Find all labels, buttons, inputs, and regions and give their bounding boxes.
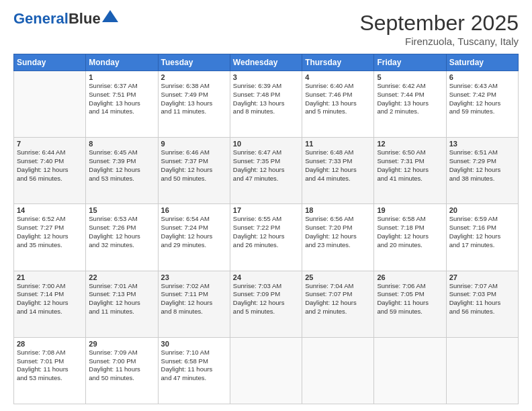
- day-info-line: Daylight: 11 hours: [89, 365, 140, 373]
- day-info-line: Daylight: 11 hours: [377, 299, 429, 306]
- calendar-day-cell: 4Sunrise: 6:40 AMSunset: 7:46 PMDaylight…: [302, 71, 374, 138]
- day-content: Sunrise: 7:10 AMSunset: 6:58 PMDaylight:…: [161, 349, 227, 383]
- day-content: Sunrise: 6:53 AMSunset: 7:26 PMDaylight:…: [89, 215, 154, 249]
- day-content: Sunrise: 7:00 AMSunset: 7:14 PMDaylight:…: [17, 282, 83, 316]
- day-info-line: Sunrise: 6:43 AM: [449, 82, 498, 89]
- logo-text: GeneralBlue: [13, 11, 101, 27]
- day-info-line: and 11 minutes.: [161, 107, 207, 115]
- day-info-line: Sunset: 7:40 PM: [17, 157, 64, 165]
- day-info-line: Sunrise: 6:48 AM: [305, 148, 353, 156]
- day-number: 28: [17, 340, 83, 348]
- day-info-line: Sunrise: 7:03 AM: [233, 282, 281, 289]
- day-info-line: Sunrise: 7:07 AM: [449, 282, 498, 289]
- header: GeneralBlue September 2025 Firenzuola, T…: [13, 11, 519, 47]
- day-info-line: and 32 minutes.: [89, 241, 134, 248]
- day-info-line: Daylight: 12 hours: [233, 232, 285, 240]
- day-number: 10: [233, 140, 299, 148]
- day-info-line: Daylight: 11 hours: [161, 365, 213, 373]
- day-info-line: Daylight: 12 hours: [305, 166, 357, 173]
- day-info-line: Sunrise: 7:01 AM: [89, 282, 137, 289]
- day-info-line: Sunrise: 7:10 AM: [161, 349, 210, 356]
- day-info-line: Sunrise: 6:51 AM: [449, 148, 498, 156]
- day-info-line: Sunset: 7:03 PM: [449, 290, 496, 298]
- day-info-line: Daylight: 12 hours: [17, 232, 69, 240]
- day-info-line: Daylight: 12 hours: [377, 166, 429, 173]
- day-info-line: Sunrise: 6:52 AM: [17, 215, 65, 222]
- month-title: September 2025: [359, 11, 519, 36]
- day-info-line: Sunset: 7:24 PM: [161, 224, 208, 231]
- day-content: Sunrise: 6:56 AMSunset: 7:20 PMDaylight:…: [305, 215, 371, 249]
- day-info-line: and 2 minutes.: [377, 107, 418, 115]
- calendar-day-cell: 24Sunrise: 7:03 AMSunset: 7:09 PMDayligh…: [230, 271, 302, 337]
- calendar-empty-cell: [14, 71, 86, 138]
- day-content: Sunrise: 7:01 AMSunset: 7:13 PMDaylight:…: [89, 282, 154, 316]
- day-info-line: Sunset: 7:00 PM: [89, 357, 136, 365]
- day-info-line: Sunset: 7:44 PM: [377, 91, 424, 98]
- day-info-line: Daylight: 12 hours: [233, 166, 285, 173]
- day-info-line: Sunrise: 7:08 AM: [17, 349, 65, 356]
- day-info-line: Daylight: 12 hours: [233, 299, 285, 306]
- day-info-line: Sunrise: 6:37 AM: [89, 82, 137, 89]
- weekday-header: Thursday: [302, 54, 374, 71]
- day-content: Sunrise: 6:58 AMSunset: 7:18 PMDaylight:…: [377, 215, 443, 249]
- day-info-line: Sunset: 7:51 PM: [89, 91, 136, 98]
- day-info-line: Sunset: 7:35 PM: [233, 157, 280, 165]
- day-content: Sunrise: 6:48 AMSunset: 7:33 PMDaylight:…: [305, 148, 371, 183]
- day-content: Sunrise: 6:51 AMSunset: 7:29 PMDaylight:…: [449, 148, 515, 183]
- day-content: Sunrise: 6:46 AMSunset: 7:37 PMDaylight:…: [161, 148, 227, 183]
- day-info-line: Daylight: 13 hours: [233, 99, 285, 107]
- day-info-line: and 8 minutes.: [161, 308, 203, 315]
- day-info-line: Sunrise: 6:40 AM: [305, 82, 353, 89]
- weekday-header: Tuesday: [158, 54, 230, 71]
- day-info-line: Sunrise: 6:59 AM: [449, 215, 498, 222]
- day-number: 7: [17, 140, 83, 148]
- calendar-empty-cell: [374, 337, 446, 404]
- day-number: 27: [449, 273, 515, 281]
- day-info-line: Daylight: 13 hours: [377, 99, 429, 107]
- day-number: 3: [233, 73, 299, 81]
- day-info-line: and 47 minutes.: [161, 374, 207, 381]
- day-info-line: Sunrise: 6:39 AM: [233, 82, 281, 89]
- calendar-day-cell: 21Sunrise: 7:00 AMSunset: 7:14 PMDayligh…: [14, 271, 86, 337]
- day-info-line: Daylight: 13 hours: [305, 99, 357, 107]
- day-content: Sunrise: 6:45 AMSunset: 7:39 PMDaylight:…: [89, 148, 154, 183]
- calendar-day-cell: 6Sunrise: 6:43 AMSunset: 7:42 PMDaylight…: [446, 71, 518, 138]
- day-number: 22: [89, 273, 154, 281]
- calendar-empty-cell: [446, 337, 518, 404]
- day-info-line: Sunrise: 6:50 AM: [377, 148, 425, 156]
- day-number: 25: [305, 273, 371, 281]
- day-content: Sunrise: 6:39 AMSunset: 7:48 PMDaylight:…: [233, 82, 299, 116]
- calendar-day-cell: 9Sunrise: 6:46 AMSunset: 7:37 PMDaylight…: [158, 138, 230, 204]
- day-content: Sunrise: 7:06 AMSunset: 7:05 PMDaylight:…: [377, 282, 443, 316]
- day-content: Sunrise: 6:37 AMSunset: 7:51 PMDaylight:…: [89, 82, 154, 116]
- day-info-line: Sunset: 7:18 PM: [377, 224, 424, 231]
- day-info-line: Sunset: 7:22 PM: [233, 224, 280, 231]
- day-info-line: Daylight: 12 hours: [17, 166, 69, 173]
- calendar-day-cell: 3Sunrise: 6:39 AMSunset: 7:48 PMDaylight…: [230, 71, 302, 138]
- weekday-header: Wednesday: [230, 54, 302, 71]
- title-block: September 2025 Firenzuola, Tuscany, Ital…: [359, 11, 519, 47]
- day-info-line: Daylight: 13 hours: [89, 99, 140, 107]
- calendar-week-row: 7Sunrise: 6:44 AMSunset: 7:40 PMDaylight…: [14, 138, 519, 204]
- day-number: 2: [161, 73, 227, 81]
- calendar-day-cell: 25Sunrise: 7:04 AMSunset: 7:07 PMDayligh…: [302, 271, 374, 337]
- day-number: 26: [377, 273, 443, 281]
- day-info-line: and 2 minutes.: [305, 308, 347, 315]
- day-info-line: Sunset: 7:07 PM: [305, 290, 352, 298]
- day-info-line: Sunrise: 6:58 AM: [377, 215, 425, 222]
- day-info-line: Sunset: 7:26 PM: [89, 224, 136, 231]
- day-info-line: and 47 minutes.: [233, 175, 279, 182]
- logo-icon: [102, 10, 118, 22]
- day-info-line: Sunset: 7:14 PM: [17, 290, 64, 298]
- day-number: 30: [161, 340, 227, 348]
- calendar-day-cell: 1Sunrise: 6:37 AMSunset: 7:51 PMDaylight…: [86, 71, 158, 138]
- day-info-line: and 5 minutes.: [305, 107, 347, 115]
- day-content: Sunrise: 6:44 AMSunset: 7:40 PMDaylight:…: [17, 148, 83, 183]
- day-info-line: Daylight: 12 hours: [377, 232, 429, 240]
- calendar-day-cell: 19Sunrise: 6:58 AMSunset: 7:18 PMDayligh…: [374, 204, 446, 271]
- calendar-day-cell: 14Sunrise: 6:52 AMSunset: 7:27 PMDayligh…: [14, 204, 86, 271]
- day-info-line: and 53 minutes.: [89, 175, 134, 182]
- day-info-line: Sunrise: 7:00 AM: [17, 282, 65, 289]
- day-number: 15: [89, 206, 154, 214]
- day-number: 12: [377, 140, 443, 148]
